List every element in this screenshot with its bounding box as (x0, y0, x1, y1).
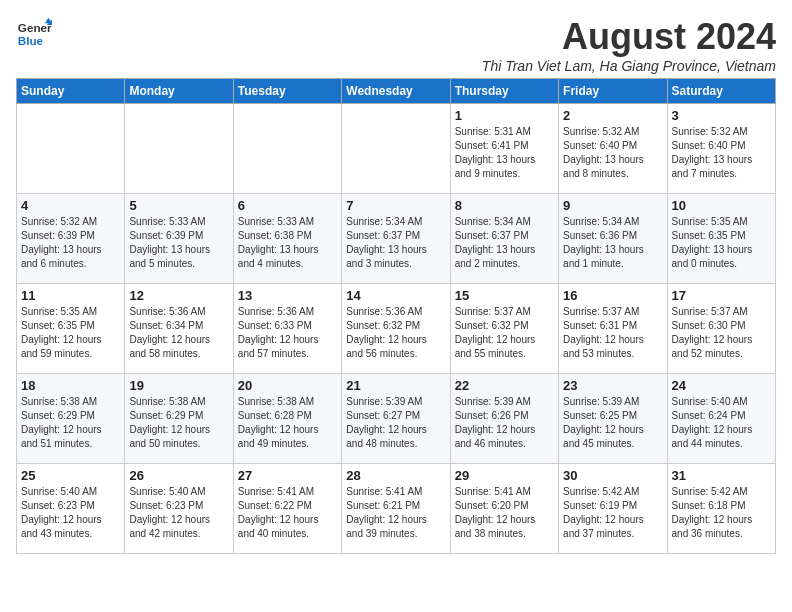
day-info: Sunrise: 5:41 AM Sunset: 6:21 PM Dayligh… (346, 485, 445, 541)
calendar-cell: 1Sunrise: 5:31 AM Sunset: 6:41 PM Daylig… (450, 104, 558, 194)
svg-text:Blue: Blue (18, 34, 44, 47)
day-info: Sunrise: 5:36 AM Sunset: 6:34 PM Dayligh… (129, 305, 228, 361)
day-number: 23 (563, 378, 662, 393)
day-info: Sunrise: 5:35 AM Sunset: 6:35 PM Dayligh… (21, 305, 120, 361)
header: General Blue August 2024 Thi Tran Viet L… (16, 16, 776, 74)
calendar-cell: 17Sunrise: 5:37 AM Sunset: 6:30 PM Dayli… (667, 284, 775, 374)
day-info: Sunrise: 5:40 AM Sunset: 6:24 PM Dayligh… (672, 395, 771, 451)
calendar-cell: 2Sunrise: 5:32 AM Sunset: 6:40 PM Daylig… (559, 104, 667, 194)
calendar-cell: 24Sunrise: 5:40 AM Sunset: 6:24 PM Dayli… (667, 374, 775, 464)
calendar-cell: 20Sunrise: 5:38 AM Sunset: 6:28 PM Dayli… (233, 374, 341, 464)
day-info: Sunrise: 5:42 AM Sunset: 6:19 PM Dayligh… (563, 485, 662, 541)
day-number: 24 (672, 378, 771, 393)
title-area: August 2024 Thi Tran Viet Lam, Ha Giang … (482, 16, 776, 74)
day-number: 9 (563, 198, 662, 213)
day-info: Sunrise: 5:32 AM Sunset: 6:40 PM Dayligh… (563, 125, 662, 181)
calendar-header-row: SundayMondayTuesdayWednesdayThursdayFrid… (17, 79, 776, 104)
calendar-cell: 29Sunrise: 5:41 AM Sunset: 6:20 PM Dayli… (450, 464, 558, 554)
day-info: Sunrise: 5:42 AM Sunset: 6:18 PM Dayligh… (672, 485, 771, 541)
calendar-cell: 4Sunrise: 5:32 AM Sunset: 6:39 PM Daylig… (17, 194, 125, 284)
weekday-header: Sunday (17, 79, 125, 104)
calendar-cell: 22Sunrise: 5:39 AM Sunset: 6:26 PM Dayli… (450, 374, 558, 464)
day-info: Sunrise: 5:41 AM Sunset: 6:20 PM Dayligh… (455, 485, 554, 541)
calendar-cell: 19Sunrise: 5:38 AM Sunset: 6:29 PM Dayli… (125, 374, 233, 464)
weekday-header: Tuesday (233, 79, 341, 104)
day-info: Sunrise: 5:34 AM Sunset: 6:37 PM Dayligh… (346, 215, 445, 271)
calendar-cell: 13Sunrise: 5:36 AM Sunset: 6:33 PM Dayli… (233, 284, 341, 374)
calendar-cell: 9Sunrise: 5:34 AM Sunset: 6:36 PM Daylig… (559, 194, 667, 284)
day-number: 13 (238, 288, 337, 303)
day-number: 8 (455, 198, 554, 213)
calendar-cell: 7Sunrise: 5:34 AM Sunset: 6:37 PM Daylig… (342, 194, 450, 284)
calendar-cell: 18Sunrise: 5:38 AM Sunset: 6:29 PM Dayli… (17, 374, 125, 464)
day-number: 2 (563, 108, 662, 123)
calendar-week-row: 11Sunrise: 5:35 AM Sunset: 6:35 PM Dayli… (17, 284, 776, 374)
calendar-cell: 15Sunrise: 5:37 AM Sunset: 6:32 PM Dayli… (450, 284, 558, 374)
day-number: 1 (455, 108, 554, 123)
day-info: Sunrise: 5:38 AM Sunset: 6:29 PM Dayligh… (21, 395, 120, 451)
calendar-cell: 31Sunrise: 5:42 AM Sunset: 6:18 PM Dayli… (667, 464, 775, 554)
day-number: 7 (346, 198, 445, 213)
day-number: 22 (455, 378, 554, 393)
day-number: 16 (563, 288, 662, 303)
day-number: 12 (129, 288, 228, 303)
calendar-cell: 25Sunrise: 5:40 AM Sunset: 6:23 PM Dayli… (17, 464, 125, 554)
calendar-cell (125, 104, 233, 194)
day-info: Sunrise: 5:31 AM Sunset: 6:41 PM Dayligh… (455, 125, 554, 181)
calendar-week-row: 4Sunrise: 5:32 AM Sunset: 6:39 PM Daylig… (17, 194, 776, 284)
day-number: 3 (672, 108, 771, 123)
calendar-cell: 10Sunrise: 5:35 AM Sunset: 6:35 PM Dayli… (667, 194, 775, 284)
day-info: Sunrise: 5:34 AM Sunset: 6:36 PM Dayligh… (563, 215, 662, 271)
calendar-cell: 28Sunrise: 5:41 AM Sunset: 6:21 PM Dayli… (342, 464, 450, 554)
day-info: Sunrise: 5:37 AM Sunset: 6:31 PM Dayligh… (563, 305, 662, 361)
day-number: 29 (455, 468, 554, 483)
weekday-header: Friday (559, 79, 667, 104)
calendar-cell: 11Sunrise: 5:35 AM Sunset: 6:35 PM Dayli… (17, 284, 125, 374)
calendar-cell: 26Sunrise: 5:40 AM Sunset: 6:23 PM Dayli… (125, 464, 233, 554)
day-number: 28 (346, 468, 445, 483)
day-info: Sunrise: 5:40 AM Sunset: 6:23 PM Dayligh… (129, 485, 228, 541)
calendar-week-row: 25Sunrise: 5:40 AM Sunset: 6:23 PM Dayli… (17, 464, 776, 554)
calendar-cell: 21Sunrise: 5:39 AM Sunset: 6:27 PM Dayli… (342, 374, 450, 464)
day-info: Sunrise: 5:37 AM Sunset: 6:32 PM Dayligh… (455, 305, 554, 361)
day-number: 30 (563, 468, 662, 483)
weekday-header: Thursday (450, 79, 558, 104)
day-info: Sunrise: 5:32 AM Sunset: 6:40 PM Dayligh… (672, 125, 771, 181)
calendar-cell: 16Sunrise: 5:37 AM Sunset: 6:31 PM Dayli… (559, 284, 667, 374)
calendar-cell: 30Sunrise: 5:42 AM Sunset: 6:19 PM Dayli… (559, 464, 667, 554)
day-number: 6 (238, 198, 337, 213)
day-info: Sunrise: 5:40 AM Sunset: 6:23 PM Dayligh… (21, 485, 120, 541)
calendar-cell (342, 104, 450, 194)
day-info: Sunrise: 5:32 AM Sunset: 6:39 PM Dayligh… (21, 215, 120, 271)
calendar-cell: 6Sunrise: 5:33 AM Sunset: 6:38 PM Daylig… (233, 194, 341, 284)
day-info: Sunrise: 5:33 AM Sunset: 6:39 PM Dayligh… (129, 215, 228, 271)
day-info: Sunrise: 5:34 AM Sunset: 6:37 PM Dayligh… (455, 215, 554, 271)
day-info: Sunrise: 5:38 AM Sunset: 6:28 PM Dayligh… (238, 395, 337, 451)
day-number: 27 (238, 468, 337, 483)
calendar-cell: 3Sunrise: 5:32 AM Sunset: 6:40 PM Daylig… (667, 104, 775, 194)
calendar-cell: 8Sunrise: 5:34 AM Sunset: 6:37 PM Daylig… (450, 194, 558, 284)
calendar-cell: 27Sunrise: 5:41 AM Sunset: 6:22 PM Dayli… (233, 464, 341, 554)
day-info: Sunrise: 5:35 AM Sunset: 6:35 PM Dayligh… (672, 215, 771, 271)
day-number: 15 (455, 288, 554, 303)
calendar-cell: 12Sunrise: 5:36 AM Sunset: 6:34 PM Dayli… (125, 284, 233, 374)
day-info: Sunrise: 5:36 AM Sunset: 6:33 PM Dayligh… (238, 305, 337, 361)
day-number: 26 (129, 468, 228, 483)
calendar-cell: 23Sunrise: 5:39 AM Sunset: 6:25 PM Dayli… (559, 374, 667, 464)
day-number: 31 (672, 468, 771, 483)
day-number: 18 (21, 378, 120, 393)
weekday-header: Saturday (667, 79, 775, 104)
day-number: 5 (129, 198, 228, 213)
day-info: Sunrise: 5:37 AM Sunset: 6:30 PM Dayligh… (672, 305, 771, 361)
day-info: Sunrise: 5:38 AM Sunset: 6:29 PM Dayligh… (129, 395, 228, 451)
day-number: 4 (21, 198, 120, 213)
calendar-cell (17, 104, 125, 194)
day-number: 19 (129, 378, 228, 393)
day-info: Sunrise: 5:39 AM Sunset: 6:27 PM Dayligh… (346, 395, 445, 451)
day-info: Sunrise: 5:39 AM Sunset: 6:26 PM Dayligh… (455, 395, 554, 451)
day-info: Sunrise: 5:41 AM Sunset: 6:22 PM Dayligh… (238, 485, 337, 541)
day-number: 14 (346, 288, 445, 303)
day-number: 11 (21, 288, 120, 303)
calendar: SundayMondayTuesdayWednesdayThursdayFrid… (16, 78, 776, 554)
calendar-week-row: 1Sunrise: 5:31 AM Sunset: 6:41 PM Daylig… (17, 104, 776, 194)
